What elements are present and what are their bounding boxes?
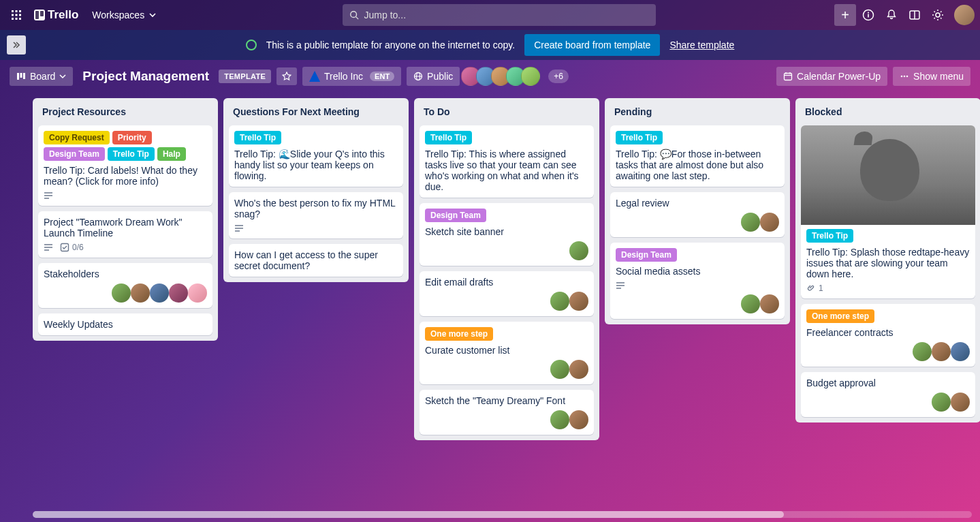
- label-trello-tip[interactable]: Trello Tip: [425, 131, 472, 144]
- svg-rect-18: [20, 73, 22, 78]
- card[interactable]: Trello TipTrello Tip: 🌊Slide your Q's in…: [229, 125, 403, 187]
- search-input[interactable]: Jump to...: [343, 4, 656, 26]
- trello-logo[interactable]: Trello: [30, 8, 82, 22]
- scrollbar-thumb[interactable]: [33, 511, 784, 518]
- list-title[interactable]: To Do: [420, 104, 594, 120]
- card-member-avatar[interactable]: [741, 294, 760, 313]
- card[interactable]: Project "Teamwork Dream Work" Launch Tim…: [38, 211, 212, 258]
- star-button[interactable]: [276, 67, 297, 85]
- show-menu-button[interactable]: Show menu: [893, 67, 970, 86]
- card[interactable]: One more stepFreelancer contracts: [801, 304, 975, 367]
- card-member-avatar[interactable]: [569, 410, 588, 429]
- label-copy-request[interactable]: Copy Request: [44, 131, 110, 144]
- card[interactable]: Who's the best person to fix my HTML sna…: [229, 192, 403, 239]
- card[interactable]: Design TeamSketch site banner: [420, 203, 594, 266]
- card-member-avatar[interactable]: [932, 393, 951, 412]
- card-member-avatar[interactable]: [951, 393, 970, 412]
- card[interactable]: Trello TipTrello Tip: 💬For those in-betw…: [610, 125, 785, 187]
- card[interactable]: Sketch the "Teamy Dreamy" Font: [420, 390, 594, 435]
- create-button[interactable]: +: [834, 4, 856, 26]
- card-member-avatar[interactable]: [550, 360, 569, 379]
- view-switcher-button[interactable]: Board: [10, 67, 73, 86]
- card-member-avatar[interactable]: [550, 410, 569, 429]
- card-member-avatar[interactable]: [913, 342, 932, 361]
- visibility-button[interactable]: Public: [407, 67, 460, 86]
- description-icon: [44, 191, 53, 200]
- card-labels: Trello Tip: [806, 229, 970, 243]
- checklist-badge: 0/6: [60, 243, 84, 252]
- label-design-team[interactable]: Design Team: [44, 147, 105, 161]
- expand-sidebar-button[interactable]: [7, 35, 26, 55]
- attachment-badge: 1: [806, 283, 823, 293]
- share-template-link[interactable]: Share template: [669, 40, 734, 50]
- board-members[interactable]: [465, 67, 540, 86]
- card[interactable]: How can I get access to the super secret…: [229, 244, 403, 277]
- info-button[interactable]: [857, 4, 879, 26]
- banner-message: This is a public template for anyone on …: [266, 40, 516, 50]
- board-canvas[interactable]: Project ResourcesCopy RequestPriorityDes…: [0, 93, 980, 522]
- card-member-avatar[interactable]: [760, 213, 779, 232]
- member-avatar[interactable]: [521, 67, 540, 86]
- card[interactable]: Trello TipTrello Tip: This is where assi…: [420, 125, 594, 198]
- label-design-team[interactable]: Design Team: [616, 248, 677, 262]
- card-text: Legal review: [616, 198, 779, 209]
- horizontal-scrollbar[interactable]: [33, 511, 972, 518]
- card-member-avatar[interactable]: [932, 342, 951, 361]
- list-title[interactable]: Questions For Next Meeting: [229, 104, 403, 120]
- svg-rect-5: [19, 14, 21, 16]
- label-one-more-step[interactable]: One more step: [425, 327, 493, 341]
- card[interactable]: Design TeamSocial media assets: [610, 243, 785, 319]
- calendar-powerup-button[interactable]: Calendar Power-Up: [776, 67, 887, 86]
- card-member-avatar[interactable]: [550, 292, 569, 311]
- members-more-button[interactable]: +6: [548, 70, 569, 83]
- globe-icon: [413, 72, 423, 81]
- board-view-icon: [16, 72, 26, 81]
- label-trello-tip[interactable]: Trello Tip: [806, 229, 853, 243]
- card[interactable]: Legal review: [610, 192, 785, 237]
- card-member-avatar[interactable]: [569, 241, 588, 260]
- settings-button[interactable]: [927, 4, 949, 26]
- card[interactable]: Copy RequestPriorityDesign TeamTrello Ti…: [38, 125, 212, 206]
- label-design-team[interactable]: Design Team: [425, 209, 486, 222]
- list-title[interactable]: Pending: [610, 104, 785, 120]
- workspaces-dropdown[interactable]: Workspaces: [85, 5, 163, 25]
- view-label: Board: [30, 71, 55, 82]
- card-labels: One more step: [806, 309, 970, 323]
- card[interactable]: Trello TipTrello Tip: Splash those redta…: [801, 125, 975, 298]
- app-switcher-button[interactable]: [5, 4, 27, 26]
- card-text: Weekly Updates: [44, 319, 207, 330]
- card-member-avatar[interactable]: [188, 283, 207, 303]
- label-priority[interactable]: Priority: [112, 131, 152, 144]
- card[interactable]: Stakeholders: [38, 263, 212, 308]
- label-trello-tip[interactable]: Trello Tip: [616, 131, 663, 144]
- create-board-button[interactable]: Create board from template: [524, 34, 660, 56]
- list-title[interactable]: Blocked: [801, 104, 975, 120]
- user-avatar[interactable]: [954, 5, 975, 25]
- card-members: [425, 241, 588, 260]
- card-member-avatar[interactable]: [760, 294, 779, 313]
- label-trello-tip[interactable]: Trello Tip: [234, 131, 281, 144]
- card-text: Trello Tip: This is where assigned tasks…: [425, 149, 588, 192]
- boards-button[interactable]: [904, 4, 926, 26]
- board-title[interactable]: Project Management: [78, 69, 213, 84]
- card[interactable]: Weekly Updates: [38, 313, 212, 335]
- label-trello-tip[interactable]: Trello Tip: [108, 147, 155, 161]
- card[interactable]: Edit email drafts: [420, 271, 594, 316]
- card-member-avatar[interactable]: [169, 283, 188, 303]
- label-one-more-step[interactable]: One more step: [806, 309, 874, 323]
- card[interactable]: Budget approval: [801, 372, 975, 417]
- label-halp[interactable]: Halp: [157, 147, 186, 161]
- card-member-avatar[interactable]: [741, 213, 760, 232]
- card-member-avatar[interactable]: [131, 283, 150, 303]
- card-member-avatar[interactable]: [150, 283, 169, 303]
- card-member-avatar[interactable]: [951, 342, 970, 361]
- card[interactable]: One more stepCurate customer list: [420, 322, 594, 384]
- card-member-avatar[interactable]: [112, 283, 131, 303]
- workspace-button[interactable]: Trello Inc ENT: [302, 67, 401, 86]
- card-member-avatar[interactable]: [569, 360, 588, 379]
- card-members: [425, 410, 588, 429]
- svg-point-28: [904, 76, 906, 78]
- notifications-button[interactable]: [881, 4, 902, 26]
- list-title[interactable]: Project Resources: [38, 104, 212, 120]
- card-member-avatar[interactable]: [569, 292, 588, 311]
